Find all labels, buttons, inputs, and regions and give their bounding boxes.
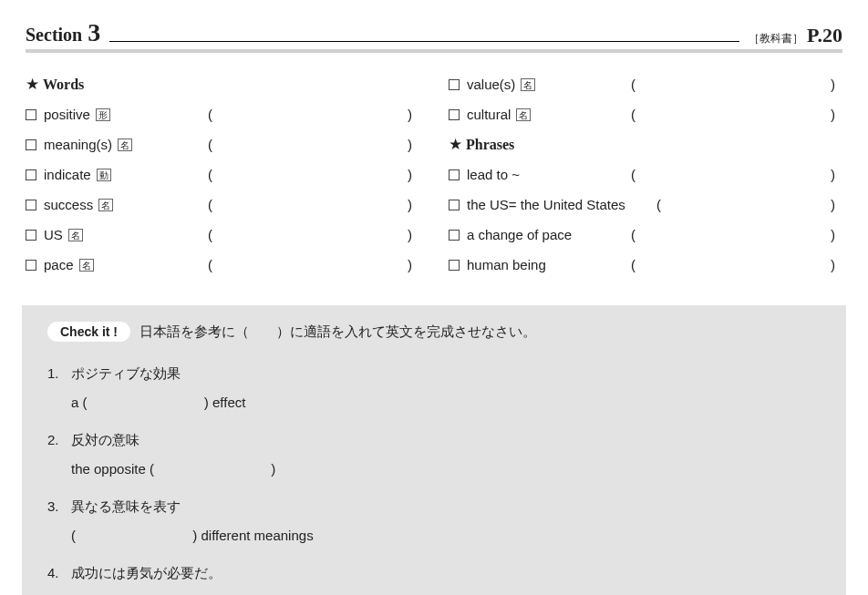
exercise-item: 4. 成功には勇気が必要だ。 ( ) needs courage. xyxy=(47,563,821,595)
checkbox-icon[interactable] xyxy=(449,109,460,120)
phrase-text: human being xyxy=(467,257,546,272)
word-text: indicate xyxy=(44,167,91,182)
pos-tag: 名 xyxy=(68,229,83,241)
exercise-jp-text: ポジティブな効果 xyxy=(71,366,181,381)
en-post: ) effect xyxy=(204,395,246,410)
en-pre: a ( xyxy=(71,395,88,410)
paren-close: ) xyxy=(408,107,412,122)
checkbox-icon[interactable] xyxy=(26,230,36,241)
word-text: value(s) xyxy=(467,77,515,92)
paren-open: ( xyxy=(631,257,636,272)
answer-blank[interactable]: ( ) xyxy=(208,137,419,152)
exercise-number: 1. xyxy=(47,364,67,383)
answer-blank[interactable]: ( ) xyxy=(631,227,842,242)
paren-close: ) xyxy=(831,77,835,92)
paren-close: ) xyxy=(408,137,412,152)
star-icon: ★ xyxy=(26,75,39,94)
pos-tag: 名 xyxy=(98,199,113,211)
checkbox-icon[interactable] xyxy=(26,169,36,180)
word-term: meaning(s) 名 xyxy=(26,137,208,152)
phrase-term: lead to ~ xyxy=(449,167,631,182)
checkbox-icon[interactable] xyxy=(449,200,460,210)
check-section: Check it ! 日本語を参考に（ ）に適語を入れて英文を完成させなさい。 … xyxy=(22,305,846,595)
phrase-text: a change of pace xyxy=(467,227,572,242)
textbook-ref: ［教科書］ xyxy=(749,31,803,46)
answer-blank[interactable]: ( ) xyxy=(208,107,419,122)
answer-blank[interactable]: ( ) xyxy=(631,107,842,122)
answer-blank[interactable]: ( ) xyxy=(631,257,842,272)
word-term: cultural 名 xyxy=(449,107,631,122)
phrases-heading: Phrases xyxy=(466,137,514,153)
word-row: value(s) 名 ( ) xyxy=(449,69,842,99)
page-reference: ［教科書］ P.20 xyxy=(749,24,842,47)
phrase-row: lead to ~ ( ) xyxy=(449,159,842,190)
pos-tag: 名 xyxy=(79,259,94,272)
section-label: Section xyxy=(26,25,82,46)
exercise-jp: 1. ポジティブな効果 xyxy=(69,364,821,384)
paren-open: ( xyxy=(208,257,212,272)
pos-tag: 名 xyxy=(521,78,535,91)
word-text: cultural xyxy=(467,107,511,122)
paren-close: ) xyxy=(408,197,412,212)
word-row: success 名 ( ) xyxy=(26,190,419,220)
answer-blank[interactable]: ( ) xyxy=(631,77,842,92)
en-post: ) different meanings xyxy=(192,528,313,543)
word-term: success 名 xyxy=(26,197,208,212)
vocabulary-area: ★ Words positive 形 ( ) meaning(s) 名 xyxy=(26,69,842,280)
checkbox-icon[interactable] xyxy=(26,260,36,271)
checkbox-icon[interactable] xyxy=(449,260,460,271)
word-row: cultural 名 ( ) xyxy=(449,99,842,129)
checkbox-icon[interactable] xyxy=(26,139,36,150)
word-text: success xyxy=(44,197,93,212)
word-term: value(s) 名 xyxy=(449,77,631,92)
exercise-jp: 4. 成功には勇気が必要だ。 xyxy=(69,563,821,583)
checkbox-icon[interactable] xyxy=(449,169,460,180)
word-term: indicate 動 xyxy=(26,167,208,182)
word-row: pace 名 ( ) xyxy=(26,250,419,280)
paren-open: ( xyxy=(631,167,636,182)
exercise-jp: 2. 反対の意味 xyxy=(69,430,821,450)
paren-open: ( xyxy=(208,167,212,182)
answer-blank[interactable]: ( ) xyxy=(208,197,419,212)
answer-blank[interactable]: ( ) xyxy=(208,257,419,272)
en-post: ) xyxy=(271,461,275,477)
answer-blank[interactable]: ( ) xyxy=(208,227,419,242)
phrase-text: the US= the United States xyxy=(467,197,625,212)
check-instruction: 日本語を参考に（ ）に適語を入れて英文を完成させなさい。 xyxy=(140,323,536,341)
word-text: meaning(s) xyxy=(44,137,112,152)
exercise-number: 2. xyxy=(47,430,67,449)
paren-close: ) xyxy=(408,167,412,182)
checkbox-icon[interactable] xyxy=(449,79,460,90)
paren-open: ( xyxy=(208,227,212,242)
exercise-number: 4. xyxy=(47,563,67,582)
check-header: Check it ! 日本語を参考に（ ）に適語を入れて英文を完成させなさい。 xyxy=(47,322,821,342)
word-text: positive xyxy=(44,107,90,122)
phrase-row: the US= the United States ( ) xyxy=(449,190,842,220)
words-heading: Words xyxy=(43,77,84,93)
exercise-list: 1. ポジティブな効果 a ( ) effect 2. 反対の意味 the op… xyxy=(47,364,821,595)
word-row: indicate 動 ( ) xyxy=(26,159,419,190)
exercise-item: 1. ポジティブな効果 a ( ) effect xyxy=(47,364,821,412)
paren-open: ( xyxy=(631,107,636,122)
checkbox-icon[interactable] xyxy=(26,200,36,210)
checkbox-icon[interactable] xyxy=(26,109,36,120)
paren-open: ( xyxy=(631,227,636,242)
phrases-heading-row: ★ Phrases xyxy=(449,129,842,159)
en-pre: ( xyxy=(71,528,76,543)
word-term: US 名 xyxy=(26,227,208,242)
pos-tag: 形 xyxy=(96,108,110,121)
checkbox-icon[interactable] xyxy=(449,230,460,241)
phrase-term: the US= the United States xyxy=(449,197,656,212)
en-pre: the opposite ( xyxy=(71,461,154,477)
answer-blank[interactable]: ( ) xyxy=(656,197,842,212)
word-term: pace 名 xyxy=(26,257,208,272)
section-number: 3 xyxy=(88,18,100,47)
word-row: meaning(s) 名 ( ) xyxy=(26,129,419,159)
paren-close: ) xyxy=(831,107,835,122)
page-number: P.20 xyxy=(807,24,842,47)
answer-blank[interactable]: ( ) xyxy=(208,167,419,182)
exercise-en: a ( ) effect xyxy=(69,393,821,412)
word-text: US xyxy=(44,227,63,242)
answer-blank[interactable]: ( ) xyxy=(631,167,842,182)
phrase-row: a change of pace ( ) xyxy=(449,220,842,250)
